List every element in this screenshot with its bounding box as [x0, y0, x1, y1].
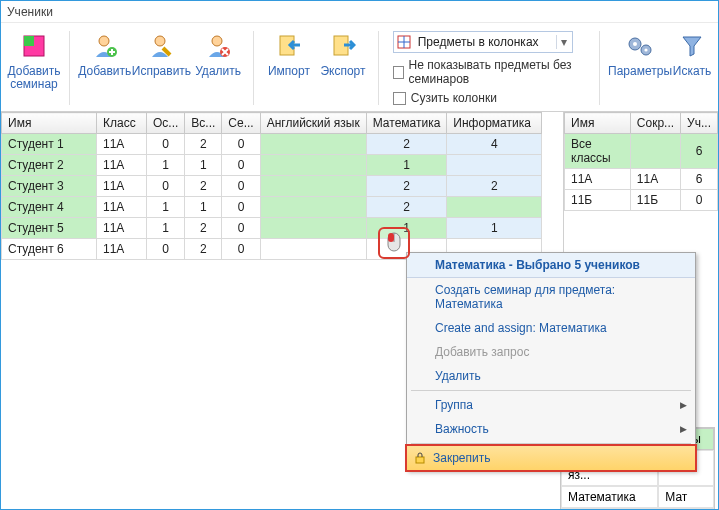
ribbon-options: Предметы в колонках ▾ Не показывать пред… — [393, 31, 592, 105]
col-se[interactable]: Се... — [222, 113, 260, 134]
table-row[interactable]: Студент 111A02024 — [2, 134, 542, 155]
list-item[interactable]: МатематикаМат — [561, 486, 714, 508]
export-button[interactable]: Экспорт — [316, 31, 370, 78]
ctx-delete[interactable]: Удалить — [407, 364, 695, 388]
import-button[interactable]: Импорт — [262, 31, 316, 78]
combo-text: Предметы в колонках — [414, 35, 556, 49]
export-icon — [328, 31, 358, 61]
lock-icon — [413, 451, 427, 465]
col-class[interactable]: Класс — [97, 113, 147, 134]
ctx-create-seminar[interactable]: Создать семинар для предмета: Математика — [407, 278, 695, 316]
classes-table[interactable]: Имя Сокр... Уч... Все классы611A11A611Б1… — [564, 112, 718, 211]
svg-rect-18 — [388, 233, 394, 242]
table-row[interactable]: Студент 511A12011 — [2, 218, 542, 239]
table-row[interactable]: 11A11A6 — [565, 169, 718, 190]
ctx-header: Математика - Выбрано 5 учеников — [407, 253, 695, 278]
ribbon: Добавить семинар Добавить Исправить Удал… — [1, 23, 718, 112]
ctx-add-request: Добавить запрос — [407, 340, 695, 364]
ctx-importance[interactable]: Важность — [407, 417, 695, 441]
funnel-icon — [677, 31, 707, 61]
import-icon — [274, 31, 304, 61]
person-delete-icon — [203, 31, 233, 61]
mouse-icon — [384, 231, 404, 255]
students-table[interactable]: Имя Класс Ос... Вс... Се... Английский я… — [1, 112, 542, 260]
rcol-name[interactable]: Имя — [565, 113, 631, 134]
context-menu: Математика - Выбрано 5 учеников Создать … — [406, 252, 696, 471]
ctx-create-assign[interactable]: Create and assign: Математика — [407, 316, 695, 340]
delete-button[interactable]: Удалить — [191, 31, 245, 78]
gears-icon — [625, 31, 655, 61]
svg-rect-1 — [24, 36, 34, 46]
grid-icon — [394, 35, 414, 49]
ctx-group[interactable]: Группа — [407, 393, 695, 417]
svg-point-2 — [99, 36, 109, 46]
window-title: Ученики — [7, 5, 53, 19]
svg-point-15 — [644, 48, 647, 51]
col-vs[interactable]: Вс... — [185, 113, 222, 134]
person-edit-icon — [146, 31, 176, 61]
col-inf[interactable]: Информатика — [447, 113, 542, 134]
params-button[interactable]: Параметры — [608, 31, 672, 78]
svg-point-13 — [633, 42, 637, 46]
columns-mode-combo[interactable]: Предметы в колонках ▾ — [393, 31, 573, 53]
chevron-down-icon[interactable]: ▾ — [556, 35, 572, 49]
hide-no-seminar-checkbox[interactable]: Не показывать предметы без семинаров — [393, 58, 592, 86]
add-seminar-button[interactable]: Добавить семинар — [7, 31, 61, 91]
col-name[interactable]: Имя — [2, 113, 97, 134]
table-row[interactable]: Студент 411A1102 — [2, 197, 542, 218]
col-eng[interactable]: Английский язык — [260, 113, 366, 134]
table-row[interactable]: Все классы6 — [565, 134, 718, 169]
col-os[interactable]: Ос... — [147, 113, 185, 134]
svg-point-5 — [212, 36, 222, 46]
col-math[interactable]: Математика — [366, 113, 447, 134]
table-row[interactable]: Студент 211A1101 — [2, 155, 542, 176]
person-add-icon — [90, 31, 120, 61]
table-row[interactable]: Студент 311A02022 — [2, 176, 542, 197]
fix-button[interactable]: Исправить — [132, 31, 191, 78]
rcol-short[interactable]: Сокр... — [630, 113, 680, 134]
rcol-uch[interactable]: Уч... — [681, 113, 718, 134]
table-row[interactable]: 11Б11Б0 — [565, 190, 718, 211]
add-button[interactable]: Добавить — [78, 31, 132, 78]
window-title-bar: Ученики — [1, 1, 718, 23]
narrow-columns-checkbox[interactable]: Сузить колонки — [393, 91, 592, 105]
svg-point-4 — [155, 36, 165, 46]
add-seminar-icon — [19, 31, 49, 61]
svg-rect-19 — [416, 457, 424, 463]
search-button[interactable]: Искать — [672, 31, 712, 78]
ctx-pin[interactable]: Закрепить — [405, 444, 697, 472]
cursor-highlight — [378, 227, 410, 259]
